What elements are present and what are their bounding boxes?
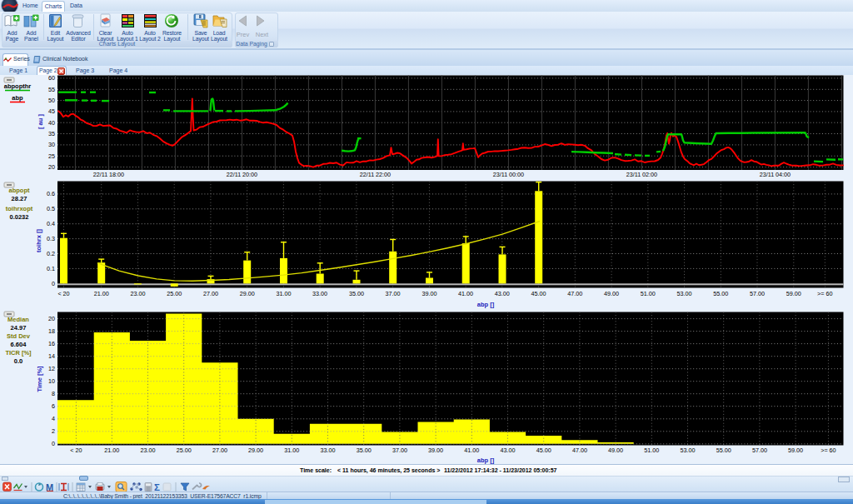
svg-text:Time [%]: Time [%] [36, 366, 43, 392]
svg-text:Std Dev: Std Dev [7, 332, 31, 340]
svg-text:49.00: 49.00 [608, 447, 623, 454]
svg-text:41.00: 41.00 [464, 447, 479, 454]
svg-text:20: 20 [48, 315, 55, 322]
svg-text:43.00: 43.00 [501, 447, 516, 454]
svg-text:35.00: 35.00 [357, 447, 372, 454]
svg-text:31.00: 31.00 [284, 447, 299, 454]
svg-text:37.00: 37.00 [392, 447, 407, 454]
svg-text:16: 16 [48, 340, 55, 347]
svg-text:27.00: 27.00 [212, 447, 227, 454]
svg-text:45.00: 45.00 [536, 447, 551, 454]
svg-text:21.00: 21.00 [104, 447, 119, 454]
svg-text:55.00: 55.00 [716, 447, 731, 454]
svg-text:59.00: 59.00 [788, 447, 803, 454]
svg-text:29.00: 29.00 [248, 447, 263, 454]
svg-text:2: 2 [52, 427, 55, 435]
svg-text:TICR [%]: TICR [%] [5, 349, 32, 357]
svg-text:0.0: 0.0 [14, 357, 22, 365]
svg-text:53.00: 53.00 [681, 447, 696, 454]
svg-text:12: 12 [48, 365, 55, 372]
svg-text:Median: Median [7, 316, 29, 323]
svg-text:6.604: 6.604 [11, 341, 27, 348]
svg-text:6: 6 [52, 402, 55, 410]
svg-text:33.00: 33.00 [321, 447, 336, 454]
svg-text:< 20: < 20 [70, 447, 82, 454]
svg-text:18: 18 [48, 327, 55, 335]
svg-text:39.00: 39.00 [428, 447, 443, 454]
svg-text:23.00: 23.00 [141, 447, 156, 454]
svg-text:51.00: 51.00 [644, 447, 659, 454]
svg-text:abp []: abp [] [477, 457, 495, 464]
svg-text:14: 14 [48, 352, 55, 360]
svg-text:0: 0 [52, 440, 55, 447]
svg-text:8: 8 [52, 390, 55, 397]
svg-text:4: 4 [52, 415, 55, 422]
svg-text:24.97: 24.97 [11, 324, 27, 332]
svg-text:M: M [46, 482, 53, 492]
svg-text:47.00: 47.00 [572, 447, 587, 454]
svg-text:>= 60: >= 60 [821, 447, 836, 454]
svg-text:25.00: 25.00 [177, 447, 192, 454]
svg-text:10: 10 [48, 377, 55, 385]
svg-text:57.00: 57.00 [752, 447, 767, 454]
